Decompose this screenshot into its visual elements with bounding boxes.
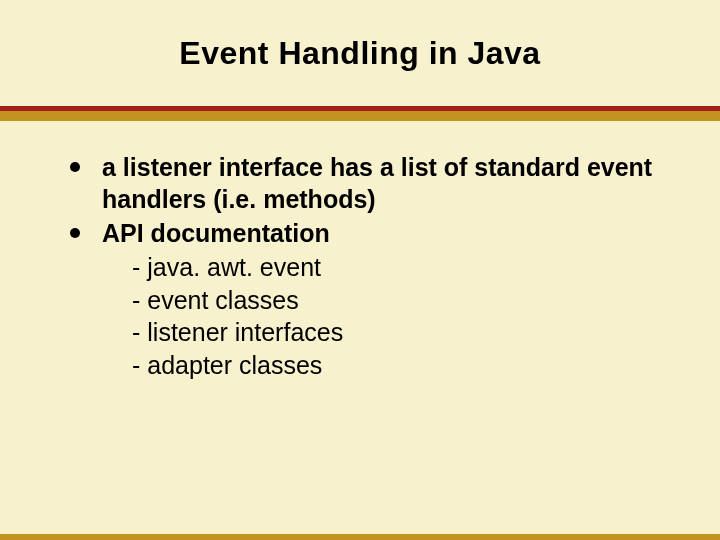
sub-item: - listener interfaces bbox=[132, 316, 690, 349]
list-item: a listener interface has a list of stand… bbox=[70, 151, 690, 215]
slide-title: Event Handling in Java bbox=[179, 35, 540, 72]
footer-strip bbox=[0, 534, 720, 540]
content-area: a listener interface has a list of stand… bbox=[0, 121, 720, 534]
bullet-icon bbox=[70, 228, 80, 238]
divider-gap bbox=[0, 111, 720, 121]
bullet-text: a listener interface has a list of stand… bbox=[102, 151, 690, 215]
sub-item: - event classes bbox=[132, 284, 690, 317]
sub-list: - java. awt. event - event classes - lis… bbox=[132, 251, 690, 381]
sub-item: - adapter classes bbox=[132, 349, 690, 382]
sub-item: - java. awt. event bbox=[132, 251, 690, 284]
bullet-text: API documentation bbox=[102, 217, 330, 249]
bullet-icon bbox=[70, 162, 80, 172]
title-band: Event Handling in Java bbox=[0, 0, 720, 106]
list-item: API documentation bbox=[70, 217, 690, 249]
slide: Event Handling in Java a listener interf… bbox=[0, 0, 720, 540]
